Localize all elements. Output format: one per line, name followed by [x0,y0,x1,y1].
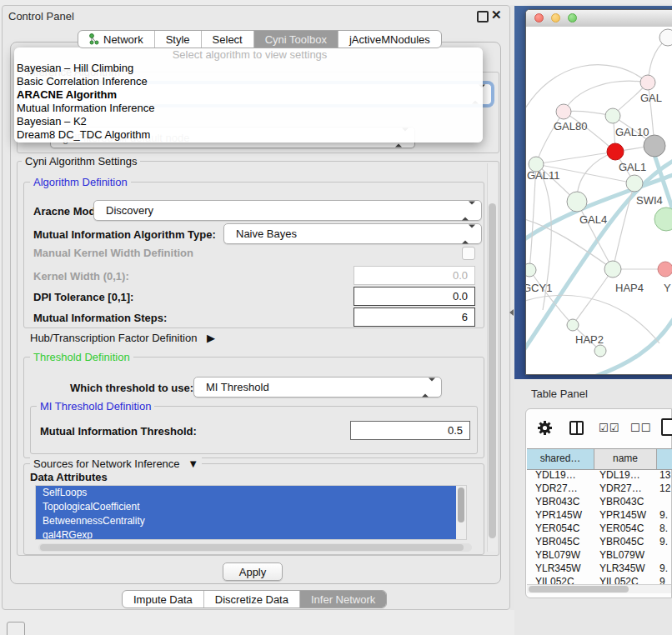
sources-group-title[interactable]: Sources for Network Inference ▼ [30,458,202,470]
dropdown-item[interactable]: Bayesian – Hill Climbing [14,62,483,75]
node-label: GAL10 [615,126,649,138]
zoom-window-icon[interactable] [568,13,577,22]
dropdown-item[interactable]: ARACNE Algorithm [14,88,483,102]
cell[interactable]: YER054C [527,522,594,535]
float-window-button[interactable] [477,11,489,22]
cell[interactable]: YDR27… [527,482,594,495]
column-layout-icon[interactable] [569,421,584,435]
cell[interactable]: YIL052C [594,575,657,584]
kernel-width-label: Kernel Width (0,1): [33,270,129,282]
table-row[interactable]: YBR045C YBR045C 9. [527,535,672,548]
minimize-window-icon[interactable] [551,13,560,22]
cell[interactable]: YPR145W [594,508,657,522]
tab-network-label: Network [103,33,143,46]
cell[interactable] [657,548,659,562]
aracne-mode-value: Discovery [106,204,153,217]
dpi-tolerance-field[interactable]: 0.0 [354,287,475,306]
combo-stepper-icon [422,381,435,393]
dropdown-item[interactable]: Bayesian – K2 [14,115,483,128]
cell[interactable]: 9 [657,575,665,584]
tab-style[interactable]: Style [155,31,202,48]
mi-steps-field[interactable]: 6 [354,308,475,327]
list-item[interactable]: TopologicalCoefficient [36,500,459,514]
list-item[interactable]: SelfLoops [36,486,459,500]
tab-infer-network[interactable]: Infer Network [300,591,386,608]
network-window-titlebar[interactable] [526,10,672,28]
mi-type-combo[interactable]: Naive Bayes [223,223,482,244]
table-row[interactable]: YIL052C YIL052C 9 [527,575,672,584]
cell[interactable]: YBR043C [527,495,594,508]
cell[interactable]: 8. [657,522,668,535]
apply-button[interactable]: Apply [223,562,283,581]
manual-kernel-checkbox[interactable] [462,247,475,260]
dropdown-item[interactable]: Basic Correlation Inference [14,75,483,88]
tab-network[interactable]: Network [78,31,155,48]
control-panel-tabbar: Network Style Select Cyni Toolbox jActiv… [78,30,442,48]
close-panel-button[interactable]: ✕ [491,8,502,22]
cell[interactable]: YBR045C [594,535,657,548]
settings-scrollbar-thumb[interactable] [489,203,496,538]
list-hscrollbar-thumb[interactable] [40,544,464,551]
new-table-icon[interactable] [661,418,672,436]
table-row[interactable]: YDR27… YDR27… 12 [527,482,672,495]
cell[interactable]: YBL079W [594,548,657,562]
cell[interactable]: YER054C [594,522,657,535]
tab-discretize-data[interactable]: Discretize Data [204,591,300,608]
table-row[interactable]: YLR345W YLR345W 9. [527,562,672,575]
cell[interactable]: YLR345W [594,562,657,575]
dropdown-item[interactable]: Mutual Information Inference [14,102,483,115]
node-gcy1 [526,263,536,277]
table-row[interactable]: YBL079W YBL079W [527,548,672,562]
tab-select[interactable]: Select [202,31,254,48]
close-window-icon[interactable] [534,13,544,22]
cell[interactable] [657,495,659,508]
table-row[interactable]: YDL19… YDL19… 13 [527,468,672,482]
cell[interactable]: 9. [657,508,668,522]
dropdown-item[interactable]: Dream8 DC_TDC Algorithm [14,128,483,142]
deselect-all-columns-icon[interactable]: ☐☐ [630,422,651,434]
tab-impute-data[interactable]: Impute Data [123,591,204,608]
which-threshold-combo[interactable]: MI Threshold [193,377,442,398]
column-header-shared-name[interactable]: shared… [527,449,594,469]
column-header-name[interactable]: name [594,449,657,469]
table-settings-gear-icon[interactable] [537,420,553,436]
node-label: SWI4 [636,194,663,207]
node-label: HAP4 [615,282,644,294]
cell[interactable]: YIL052C [527,575,594,584]
table-row[interactable]: YBR043C YBR043C [527,495,672,508]
which-threshold-label: Which threshold to use: [70,382,193,394]
list-item[interactable]: BetweennessCentrality [36,514,459,528]
data-attributes-list[interactable]: SelfLoops TopologicalCoefficient Between… [35,485,467,540]
splitter-collapse-icon[interactable] [509,309,514,316]
cell[interactable]: 13 [657,468,670,482]
cell[interactable]: 12 [657,482,670,495]
cell[interactable]: YBR045C [527,535,594,548]
cell[interactable]: YDL19… [527,468,594,482]
column-header-partial[interactable] [657,449,672,469]
cell[interactable]: YDL19… [594,468,657,482]
cell[interactable]: YDR27… [594,482,657,495]
cell[interactable]: YBR043C [594,495,657,508]
table-row[interactable]: YER054C YER054C 8. [527,522,672,535]
cell[interactable]: YBL079W [527,548,594,562]
hub-definition-expander[interactable]: Hub/Transcription Factor Definition ▶ [30,332,215,344]
kernel-width-field[interactable]: 0.0 [354,266,475,285]
aracne-mode-combo[interactable]: Discovery [93,200,482,221]
hub-definition-label: Hub/Transcription Factor Definition [30,332,197,344]
table-hscrollbar-thumb[interactable] [529,586,629,592]
tab-jactivemnodules[interactable]: jActiveMNodules [339,31,441,48]
list-item[interactable]: gal4RGexp [36,528,459,540]
tab-cyni-toolbox[interactable]: Cyni Toolbox [254,31,339,48]
cell[interactable]: 9. [657,535,668,548]
table-row[interactable]: YPR145W YPR145W 9. [527,508,672,522]
select-all-columns-icon[interactable]: ☑☑ [599,422,619,434]
bottom-left-button[interactable] [7,622,25,635]
cell[interactable]: YPR145W [527,508,594,522]
mi-threshold-field[interactable]: 0.5 [350,421,470,440]
network-canvas[interactable]: GAL GAL80 GAL10 GAL1 GAL11 SWI4 GAL4 GCY… [526,27,672,375]
list-scrollbar-thumb[interactable] [458,488,464,522]
network-window: GAL GAL80 GAL10 GAL1 GAL11 SWI4 GAL4 GCY… [525,9,672,375]
cell[interactable]: YLR345W [527,562,594,575]
cell[interactable]: 9. [657,562,668,575]
node-swi4 [626,175,643,192]
